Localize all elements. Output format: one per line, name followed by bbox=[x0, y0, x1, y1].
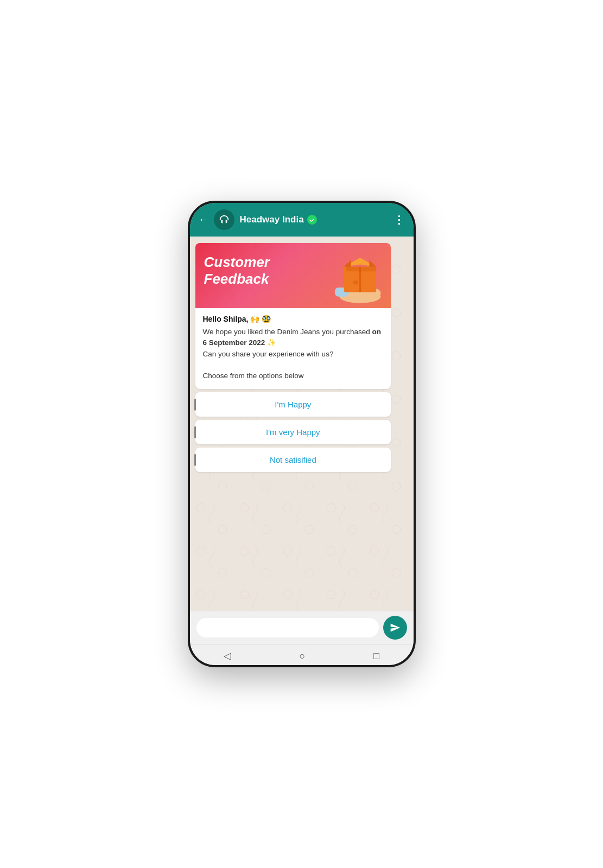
quick-reply-not-satisfied[interactable]: Not satisified bbox=[195, 448, 391, 472]
nav-back-button[interactable]: ◁ bbox=[224, 650, 231, 662]
message-body: Hello Shilpa, 🙌 🥸 We hope you liked the … bbox=[195, 308, 391, 389]
feedback-banner: Customer Feedback bbox=[195, 243, 391, 308]
menu-button[interactable]: ⋮ bbox=[393, 213, 405, 226]
package-svg bbox=[326, 248, 385, 304]
feedback-title-line1: Customer bbox=[204, 254, 270, 271]
chat-body: Customer Feedback bbox=[190, 237, 414, 611]
contact-title-area: Headway India bbox=[240, 214, 388, 225]
svg-marker-6 bbox=[370, 260, 377, 267]
feedback-message-card: Customer Feedback bbox=[195, 243, 391, 389]
phone-shell: ← Headway India ⋮ bbox=[188, 201, 416, 667]
svg-rect-9 bbox=[353, 280, 358, 284]
feedback-title-block: Customer Feedback bbox=[204, 254, 270, 288]
svg-rect-8 bbox=[346, 267, 376, 271]
nav-recent-button[interactable]: □ bbox=[373, 650, 379, 662]
package-illustration bbox=[326, 248, 385, 303]
input-bar bbox=[190, 611, 414, 644]
checkmark-icon bbox=[309, 217, 315, 223]
message-options-label: Choose from the options below bbox=[203, 372, 304, 380]
quick-reply-happy-label: I'm Happy bbox=[275, 400, 311, 409]
message-greeting: Hello Shilpa, 🙌 🥸 bbox=[203, 315, 384, 323]
nav-bar: ◁ ○ □ bbox=[190, 644, 414, 665]
send-icon bbox=[390, 622, 401, 633]
whatsapp-header: ← Headway India ⋮ bbox=[190, 203, 414, 237]
message-body-line1: We hope you liked the Denim Jeans you pu… bbox=[203, 328, 370, 336]
feedback-title-line2: Feedback bbox=[204, 271, 270, 288]
nav-home-button[interactable]: ○ bbox=[300, 650, 306, 662]
quick-reply-happy[interactable]: I'm Happy bbox=[195, 392, 391, 417]
send-button[interactable] bbox=[383, 616, 407, 640]
sparkle-emoji: ✨ bbox=[267, 339, 276, 347]
page-wrapper: ← Headway India ⋮ bbox=[0, 0, 603, 868]
phone-screen: ← Headway India ⋮ bbox=[190, 203, 414, 665]
contact-avatar bbox=[214, 209, 234, 230]
contact-name: Headway India bbox=[240, 214, 304, 225]
quick-reply-very-happy-label: I'm very Happy bbox=[266, 427, 320, 437]
message-input[interactable] bbox=[196, 618, 379, 637]
verified-badge bbox=[307, 215, 317, 225]
quick-reply-very-happy[interactable]: I'm very Happy bbox=[195, 420, 391, 444]
message-body-line2: Can you share your experience with us? bbox=[203, 350, 334, 358]
headphones-icon bbox=[218, 214, 230, 226]
svg-marker-5 bbox=[344, 260, 351, 267]
message-text: We hope you liked the Denim Jeans you pu… bbox=[203, 327, 384, 381]
quick-reply-not-satisfied-label: Not satisified bbox=[270, 455, 316, 464]
back-button[interactable]: ← bbox=[199, 214, 208, 226]
